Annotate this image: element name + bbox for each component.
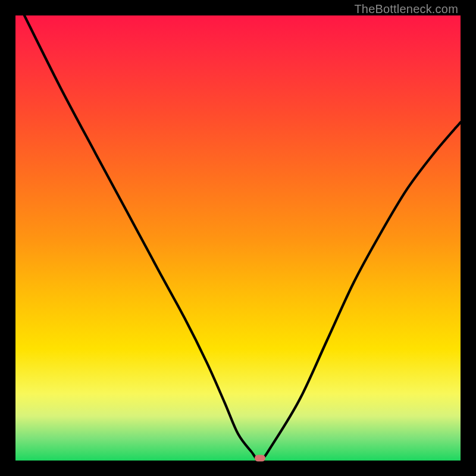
bottleneck-curve-path — [24, 15, 461, 461]
attribution-text: TheBottleneck.com — [354, 2, 458, 16]
optimal-point-marker — [255, 455, 265, 462]
curve-svg — [15, 15, 461, 461]
plot-area — [15, 15, 461, 461]
chart-frame: TheBottleneck.com — [0, 0, 476, 476]
